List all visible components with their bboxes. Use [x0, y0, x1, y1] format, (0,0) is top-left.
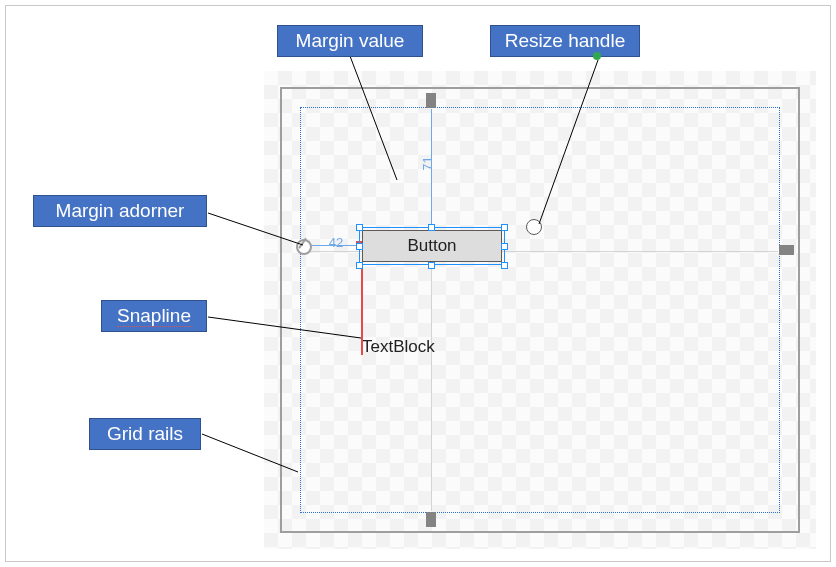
grid-rails[interactable] — [300, 107, 780, 513]
designer-textblock[interactable]: TextBlock — [362, 337, 435, 357]
snapline — [361, 265, 363, 355]
resize-handle-highlight-dot — [593, 52, 601, 60]
callout-snapline: Snapline — [101, 300, 207, 332]
margin-adorner-icon[interactable] — [296, 239, 312, 255]
handle-s[interactable] — [428, 262, 435, 269]
rail-divider-right[interactable] — [779, 245, 794, 255]
handle-se[interactable] — [501, 262, 508, 269]
handle-n[interactable] — [428, 224, 435, 231]
handle-w[interactable] — [356, 243, 363, 250]
callout-resize-handle: Resize handle — [490, 25, 640, 57]
margin-value-top: 71 — [420, 156, 435, 172]
margin-value-left: 42 — [324, 235, 348, 250]
callout-snapline-text: Snapline — [117, 305, 191, 327]
handle-e[interactable] — [501, 243, 508, 250]
callout-margin-value: Margin value — [277, 25, 423, 57]
resize-handle-icon[interactable] — [526, 219, 542, 235]
handle-nw[interactable] — [356, 224, 363, 231]
handle-sw[interactable] — [356, 262, 363, 269]
callout-grid-rails: Grid rails — [89, 418, 201, 450]
handle-ne[interactable] — [501, 224, 508, 231]
designer-surface[interactable]: 71 42 Button TextBlock — [264, 71, 816, 549]
rail-divider-bottom[interactable] — [426, 512, 436, 527]
callout-margin-adorner: Margin adorner — [33, 195, 207, 227]
designer-button[interactable]: Button — [362, 230, 502, 262]
rail-divider-top[interactable] — [426, 93, 436, 108]
